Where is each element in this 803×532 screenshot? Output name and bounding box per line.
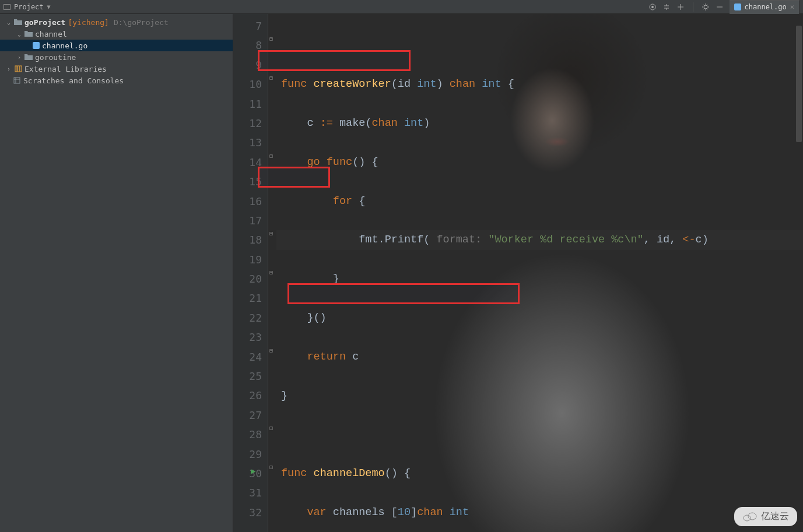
code-line[interactable]: c := make(chan int) [276,114,803,133]
line-number[interactable]: 16 [233,192,262,211]
chevron-right-icon[interactable]: › [6,66,12,72]
watermark: 亿速云 [734,507,797,526]
chevron-down-icon: ▼ [47,3,51,10]
project-dropdown[interactable]: Project ▼ [3,3,51,11]
folder-icon [24,30,33,37]
line-number[interactable]: 22 [233,308,262,327]
line-number[interactable]: 30 [233,464,262,483]
ext-libs-label: External Libraries [24,65,107,73]
line-number[interactable]: 18 [233,230,262,249]
minimize-icon[interactable] [716,3,724,11]
fold-marker[interactable]: ⊟ [268,269,274,275]
code-line[interactable]: var channels [10]chan int [276,503,803,522]
scrollbar-thumb[interactable] [796,26,802,142]
line-number[interactable]: 26 [233,386,262,405]
main-area: ⌄ goProject [yicheng] D:\goProject ⌄ cha… [0,14,803,532]
fold-column[interactable]: ⊟ ⊟ ⊟ ⊟ ⊟ ⊟ ⊟ ⊟ ▶ [268,14,276,532]
code-line[interactable]: } [276,269,803,288]
line-number[interactable]: 14 [233,153,262,172]
line-number[interactable]: 27 [233,406,262,425]
tree-scratches[interactable]: Scratches and Consoles [0,75,233,86]
fold-marker[interactable]: ⊟ [268,153,274,158]
line-number[interactable]: 19 [233,250,262,269]
code-line[interactable]: go func() { [276,153,803,172]
fold-marker[interactable]: ⊟ [268,36,274,41]
chevron-down-icon[interactable]: ⌄ [16,31,22,37]
target-icon[interactable] [648,3,657,11]
tree-ext-libs[interactable]: › External Libraries [0,63,233,75]
channel-dir-label: channel [35,30,67,38]
line-number[interactable]: 21 [233,288,262,308]
code-line[interactable]: }() [276,308,803,327]
line-number[interactable]: 29 [233,445,262,464]
root-path: D:\goProject [114,18,169,27]
fold-marker[interactable]: ⊟ [268,75,274,80]
line-number[interactable]: 17 [233,211,262,230]
folder-icon [24,54,33,61]
tree-channel-dir[interactable]: ⌄ channel [0,28,233,40]
chevron-right-icon[interactable]: › [16,54,22,61]
root-name: goProject [24,18,65,27]
svg-rect-4 [17,66,19,72]
chevron-down-icon[interactable]: ⌄ [6,19,12,26]
code-line[interactable]: return c [276,347,803,367]
line-number[interactable]: 25 [233,367,262,386]
expand-icon[interactable] [662,3,671,11]
tab-channel-go[interactable]: channel.go × [730,0,800,14]
code-line[interactable] [276,425,803,444]
line-number[interactable]: 15 [233,172,262,191]
line-number[interactable]: 7 [233,16,262,36]
code-line[interactable] [276,36,803,55]
line-number[interactable]: 10 [233,75,262,94]
svg-point-1 [651,6,653,8]
svg-rect-3 [15,66,17,72]
line-number[interactable]: 20 [233,269,262,288]
code-line[interactable]: func channelDemo() { [276,464,803,483]
go-file-icon [734,3,741,10]
editor-tabs: channel.go × [730,0,800,14]
code-editor[interactable]: 7891011121314151617181920212223242526272… [233,14,803,532]
tree-channel-file[interactable]: channel.go [0,40,233,51]
go-file-icon [33,42,40,49]
tree-goroutine-dir[interactable]: › goroutine [0,51,233,63]
code-line[interactable]: } [276,386,803,406]
fold-marker[interactable]: ⊟ [268,230,274,236]
fold-marker[interactable]: ⊟ [268,347,274,353]
line-number[interactable]: 9 [233,55,262,75]
fold-marker[interactable]: ⊟ [268,425,274,431]
line-gutter[interactable]: 7891011121314151617181920212223242526272… [233,14,268,532]
tree-root[interactable]: ⌄ goProject [yicheng] D:\goProject [0,16,233,28]
line-number[interactable]: 24 [233,347,262,367]
line-number[interactable]: 31 [233,483,262,502]
project-tree[interactable]: ⌄ goProject [yicheng] D:\goProject ⌄ cha… [0,14,233,532]
gear-icon[interactable] [702,3,710,11]
line-number[interactable]: 23 [233,327,262,347]
code-line[interactable]: func createWorker(id int) chan int { [276,75,803,94]
collapse-icon[interactable] [676,3,685,11]
code-line-current[interactable]: fmt.Printf( format: "Worker %d receive %… [276,230,803,249]
line-number[interactable]: 12 [233,114,262,133]
svg-point-2 [704,5,707,9]
code-line[interactable]: for { [276,192,803,211]
svg-point-7 [744,515,751,521]
fold-marker[interactable]: ⊟ [268,464,274,470]
vertical-scrollbar[interactable] [795,14,802,532]
scratches-icon [13,76,21,84]
run-icon[interactable]: ▶ [251,466,255,475]
svg-rect-5 [20,66,22,72]
folder-icon [14,19,22,26]
close-icon[interactable]: × [790,3,794,11]
line-number[interactable]: 28 [233,425,262,444]
line-number[interactable]: 32 [233,503,262,522]
line-number[interactable]: 8 [233,36,262,55]
code-area[interactable]: func createWorker(id int) chan int { c :… [276,14,803,532]
scratches-label: Scratches and Consoles [23,76,124,85]
line-number[interactable]: 13 [233,133,262,152]
project-label: Project [14,3,44,11]
svg-rect-6 [14,77,20,83]
tab-label: channel.go [745,3,787,11]
library-icon [14,65,22,73]
line-number[interactable]: 11 [233,94,262,114]
channel-file-label: channel.go [42,41,87,50]
top-bar: Project ▼ channel.go × [0,0,803,14]
